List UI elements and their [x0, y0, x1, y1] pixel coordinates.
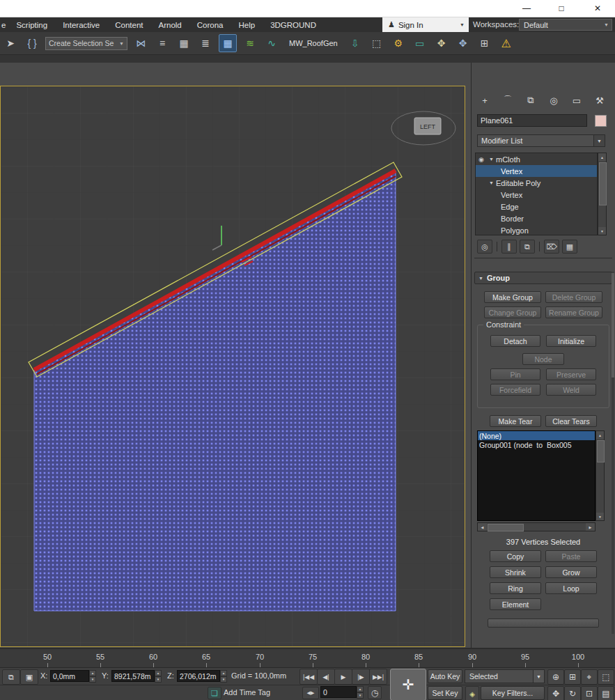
modifier-list-dropdown[interactable]: Modifier List ▼	[477, 134, 605, 147]
chevron-down-icon[interactable]: ▼	[487, 157, 496, 162]
scroll-left-icon[interactable]: ◀	[478, 523, 487, 531]
selection-set-dropdown[interactable]: Create Selection Se ▼	[45, 37, 127, 50]
menu-item-corona[interactable]: Corona	[189, 17, 231, 32]
chevron-down-icon[interactable]: ▼	[487, 180, 496, 185]
stack-item-border[interactable]: Border	[476, 212, 597, 224]
layer-manager-icon[interactable]: ▦	[176, 35, 192, 52]
current-frame-field[interactable]: 0	[320, 686, 357, 698]
viewport-layout-icon[interactable]: ▤	[598, 686, 614, 700]
scroll-up-icon[interactable]: ▲	[596, 431, 604, 439]
menu-item-scripting[interactable]: Scripting	[8, 17, 55, 32]
spin-down-icon[interactable]: ▼	[357, 692, 364, 699]
motion-tab-icon[interactable]: ◎	[546, 93, 561, 107]
stack-item-mcloth[interactable]: ◉ ▼ mCloth	[476, 153, 597, 165]
scroll-right-icon[interactable]: ▶	[586, 523, 595, 531]
curve-editor-icon[interactable]: ∿	[263, 35, 280, 52]
menu-item-partial[interactable]: e	[0, 17, 8, 32]
stack-item-edge[interactable]: Edge	[476, 201, 597, 212]
zoom-all-icon[interactable]: ⊞	[564, 669, 581, 685]
set-keys-button[interactable]: ✛	[390, 669, 426, 700]
ring-button[interactable]: Ring	[490, 582, 541, 594]
marquee-select-icon[interactable]: ⬚	[368, 35, 385, 52]
pan-icon[interactable]: ✥	[547, 686, 564, 700]
import-icon[interactable]: ⇩	[347, 35, 364, 52]
zoom-region-icon[interactable]: ⬚	[598, 669, 614, 685]
group-list-vscrollbar[interactable]: ▲ ▼	[595, 430, 605, 521]
selection-link-icon[interactable]: ⧉	[2, 669, 20, 685]
sign-in-button[interactable]: ♟ Sign In ▼	[382, 17, 469, 32]
show-end-result-icon[interactable]: ∥	[501, 240, 517, 254]
go-to-end-button[interactable]: ▶▶|	[369, 669, 387, 685]
spin-up-icon[interactable]: ▲	[220, 670, 227, 676]
spin-down-icon[interactable]: ▼	[89, 676, 96, 683]
restore-button[interactable]: □	[551, 1, 572, 15]
list-item[interactable]: (None)	[478, 431, 595, 440]
scrollbar-thumb[interactable]	[488, 524, 524, 531]
initialize-button[interactable]: Initialize	[546, 335, 596, 347]
hand-tool-alt-icon[interactable]: ✥	[455, 35, 472, 52]
configure-modifier-sets-icon[interactable]: ▦	[562, 240, 577, 254]
maximize-viewport-icon[interactable]: ⊡	[581, 686, 598, 700]
hand-tool-icon[interactable]: ✥	[433, 35, 450, 52]
frame-spinner[interactable]: ▲ ▼	[357, 686, 364, 698]
set-key-button[interactable]: Set Key	[428, 686, 462, 700]
next-frame-button[interactable]: |▶	[352, 669, 370, 685]
stack-item-mcloth-vertex[interactable]: Vertex	[476, 165, 597, 177]
stack-scrollbar[interactable]: ▲ ▼	[598, 153, 607, 235]
menu-item-interactive[interactable]: Interactive	[55, 17, 107, 32]
plugin-label[interactable]: MW_RoofGen	[289, 39, 338, 47]
stack-item-editable-poly[interactable]: ▼ Editable Poly	[476, 177, 597, 189]
viewport[interactable]: LEFT	[0, 86, 465, 647]
zoom-extents-icon[interactable]: ⌖	[581, 669, 598, 685]
make-unique-icon[interactable]: ⧉	[520, 240, 535, 254]
utilities-tab-icon[interactable]: ⚒	[592, 93, 607, 107]
rendered-frame-icon[interactable]: ▭	[412, 35, 428, 52]
detach-button[interactable]: Detach	[490, 335, 540, 347]
maxscript-icon[interactable]: { }	[24, 35, 40, 52]
hierarchy-tab-icon[interactable]: ⧉	[523, 93, 538, 107]
align-icon[interactable]: ≡	[154, 35, 171, 52]
stack-item-vertex[interactable]: Vertex	[476, 189, 597, 201]
frame-step-icons[interactable]: ◀▶	[302, 687, 319, 699]
close-button[interactable]: ✕	[587, 1, 608, 15]
scene-layers-icon[interactable]: ≣	[197, 35, 214, 52]
list-item[interactable]: Group001 (node to Box005	[478, 440, 595, 449]
auto-key-button[interactable]: Auto Key	[428, 669, 462, 683]
x-coordinate-field[interactable]: 0,0mm	[50, 670, 89, 682]
time-tag-icon[interactable]: ❏	[208, 687, 221, 699]
key-mode-icon[interactable]: ◈	[465, 686, 479, 700]
clear-tears-button[interactable]: Clear Tears	[545, 415, 597, 427]
spin-up-icon[interactable]: ▲	[89, 670, 96, 676]
mirror-icon[interactable]: ⋈	[132, 35, 149, 52]
scene-explorer-icon[interactable]: ▦	[219, 34, 237, 52]
graphite-ribbon-icon[interactable]: ≋	[242, 35, 258, 52]
spin-up-icon[interactable]: ▲	[357, 686, 364, 692]
stack-item-polygon[interactable]: Polygon	[476, 224, 597, 235]
menu-item-arnold[interactable]: Arnold	[151, 17, 189, 32]
selection-lock-icon[interactable]: ▣	[20, 669, 38, 685]
minimize-button[interactable]: —	[516, 1, 537, 15]
spin-up-icon[interactable]: ▲	[155, 670, 162, 676]
make-group-button[interactable]: Make Group	[484, 291, 541, 303]
viewport-canvas[interactable]: LEFT	[1, 86, 465, 646]
zoom-icon[interactable]: ⊕	[547, 669, 564, 685]
modify-tab-icon[interactable]: ⌒	[500, 93, 515, 107]
play-button[interactable]: ▶	[334, 669, 352, 685]
scrollbar-thumb[interactable]	[599, 162, 607, 205]
time-configuration-icon[interactable]: ◷	[368, 686, 382, 699]
scroll-up-icon[interactable]: ▲	[598, 153, 606, 161]
create-tab-icon[interactable]: +	[477, 93, 492, 107]
grow-button[interactable]: Grow	[545, 566, 597, 578]
y-coordinate-field[interactable]: 8921,578m	[111, 670, 155, 682]
spin-down-icon[interactable]: ▼	[220, 676, 227, 683]
pin-stack-icon[interactable]: ◎	[477, 240, 492, 254]
timeline-ruler[interactable]: 50 55 60 65 70 75 80 85 90 95 100	[0, 648, 615, 667]
y-spinner[interactable]: ▲ ▼	[155, 670, 162, 682]
eye-icon[interactable]: ◉	[476, 156, 487, 163]
z-spinner[interactable]: ▲ ▼	[220, 670, 227, 682]
object-color-swatch[interactable]	[595, 115, 607, 127]
shrink-button[interactable]: Shrink	[490, 566, 541, 578]
scrollbar-thumb[interactable]	[597, 440, 605, 462]
go-to-start-button[interactable]: |◀◀	[299, 669, 318, 685]
loop-button[interactable]: Loop	[545, 582, 597, 594]
